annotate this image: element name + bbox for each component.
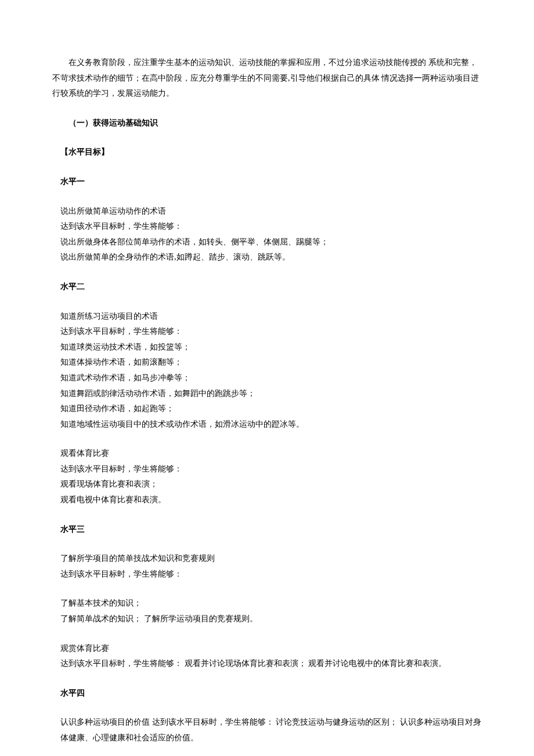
level-3-block-2: 了解基本技术的知识； 了解简单战术的知识； 了解所学运动项目的竞赛规则。 [52,596,482,627]
text-line: 了解基本技术的知识； [60,596,482,611]
text-line: 观赏体育比赛 [60,641,482,657]
level-4-title: 水平四 [52,686,482,701]
text-line: 了解简单战术的知识； 了解所学运动项目的竞赛规则。 [60,611,482,627]
level-1-block: 说出所做简单运动动作的术语 达到该水平目标时，学生将能够： 说出所做身体各部位简… [52,204,482,265]
level-3-title: 水平三 [52,522,482,538]
text-line: 达到该水平目标时，学生将能够： 观看并讨论现场体育比赛和表演； 观看并讨论电视中… [60,656,482,672]
level-4-block-1: 认识多种运动项目的价值 达到该水平目标时，学生将能够： 讨论竞技运动与健身运动的… [52,715,482,746]
level-2-block-1: 知道所练习运动项目的术语 达到该水平目标时，学生将能够： 知道球类运动技术术语，… [52,309,482,433]
section-title: （一）获得运动基础知识 [52,116,482,131]
text-line: 说出所做身体各部位简单动作的术语，如转头、侧平举、体侧屈、踢腿等； [60,235,482,250]
level-2-title: 水平二 [52,279,482,295]
text-line: 达到该水平目标时，学生将能够： [60,324,482,340]
text-line: 知道所练习运动项目的术语 [60,309,482,325]
text-line: 说出所做简单运动动作的术语 [60,204,482,219]
text-line: 知道武术动作术语，如马步冲拳等； [60,370,482,386]
text-line: 知道体操动作术语，如前滚翻等； [60,355,482,370]
text-line: 认识多种运动项目的价值 达到该水平目标时，学生将能够： 讨论竞技运动与健身运动的… [60,715,482,746]
level-3-block-1: 了解所学项目的简单技战术知识和竞赛规则 达到该水平目标时，学生将能够： [52,551,482,582]
level-2-block-2: 观看体育比赛 达到该水平目标时，学生将能够： 观看现场体育比赛和表演； 观看电视… [52,446,482,507]
level-1-title: 水平一 [52,174,482,190]
text-line: 知道球类运动技术术语，如投篮等； [60,340,482,355]
text-line: 达到该水平目标时，学生将能够： [60,219,482,235]
text-line: 了解所学项目的简单技战术知识和竞赛规则 [60,551,482,567]
text-line: 达到该水平目标时，学生将能够： [60,567,482,582]
level-3-block-3: 观赏体育比赛 达到该水平目标时，学生将能够： 观看并讨论现场体育比赛和表演； 观… [52,641,482,672]
text-line: 知道田径动作术语，如起跑等； [60,401,482,417]
sub-header-level-goals: 【水平目标】 [52,145,482,160]
text-line: 达到该水平目标时，学生将能够： [60,462,482,477]
text-line: 观看体育比赛 [60,446,482,462]
intro-paragraph: 在义务教育阶段，应注重学生基本的运动知识、运动技能的掌握和应用，不过分追求运动技… [52,55,482,102]
text-line: 知道舞蹈或韵律活动动作术语，如舞蹈中的跑跳步等； [60,386,482,402]
text-line: 观看电视中体育比赛和表演。 [60,492,482,508]
text-line: 说出所做简单的全身动作的术语,如蹲起、踏步、滚动、跳跃等。 [60,250,482,265]
text-line: 知道地域性运动项目中的技术或动作术语，如滑冰运动中的蹬冰等。 [60,417,482,433]
text-line: 观看现场体育比赛和表演； [60,477,482,492]
